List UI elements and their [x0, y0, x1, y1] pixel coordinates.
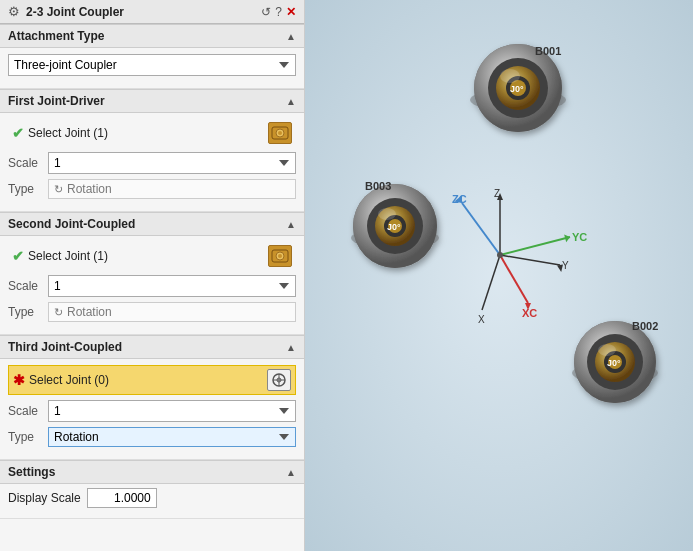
- second-joint-title: Second Joint-Coupled: [8, 217, 135, 231]
- second-joint-icon[interactable]: [268, 245, 292, 267]
- first-joint-type-label: Type: [8, 182, 42, 196]
- b002-j0-label: J0°: [607, 358, 621, 368]
- third-joint-type-label: Type: [8, 430, 42, 444]
- third-joint-scale-row: Scale 1: [8, 400, 296, 422]
- title-bar: ⚙ 2-3 Joint Coupler ↺ ? ✕: [0, 0, 304, 24]
- second-joint-type-row: Type ↻ Rotation: [8, 302, 296, 322]
- first-joint-checkmark: ✔: [12, 125, 24, 141]
- third-joint-type-select[interactable]: Rotation: [48, 427, 296, 447]
- viewport-svg: B001 J0° B003 J0° B0: [305, 0, 693, 551]
- first-joint-rotation-icon: ↻: [54, 183, 63, 196]
- second-joint-body: ✔ Select Joint (1) Scale 1 Type ↻ Rotati…: [0, 236, 304, 328]
- settings-collapse-icon: ▲: [286, 467, 296, 478]
- svg-point-2: [278, 131, 282, 135]
- settings-title: Settings: [8, 465, 55, 479]
- second-joint-type-label: Type: [8, 305, 42, 319]
- svg-text:X: X: [478, 314, 485, 325]
- third-joint-title: Third Joint-Coupled: [8, 340, 122, 354]
- title-icons: ↺ ? ✕: [261, 5, 296, 19]
- attachment-type-title: Attachment Type: [8, 29, 104, 43]
- first-joint-body: ✔ Select Joint (1) Scale 1 Type ↻ Rotati…: [0, 113, 304, 205]
- svg-text:ZC: ZC: [452, 193, 467, 205]
- second-joint-scale-row: Scale 1: [8, 275, 296, 297]
- attachment-type-select[interactable]: Three-joint Coupler: [8, 54, 296, 76]
- svg-point-18: [500, 69, 520, 83]
- second-joint-rotation-icon: ↻: [54, 306, 63, 319]
- second-joint-section: Second Joint-Coupled ▲ ✔ Select Joint (1…: [0, 212, 304, 335]
- second-joint-scale-select[interactable]: 1: [48, 275, 296, 297]
- display-scale-row: Display Scale: [0, 484, 304, 512]
- gear-icon: ⚙: [8, 4, 20, 19]
- second-joint-select-row: ✔ Select Joint (1): [8, 242, 296, 270]
- display-scale-label: Display Scale: [8, 491, 81, 505]
- first-joint-select-row: ✔ Select Joint (1): [8, 119, 296, 147]
- first-joint-section: First Joint-Driver ▲ ✔ Select Joint (1) …: [0, 89, 304, 212]
- left-panel: ⚙ 2-3 Joint Coupler ↺ ? ✕ Attachment Typ…: [0, 0, 305, 551]
- first-joint-icon[interactable]: [268, 122, 292, 144]
- first-joint-type-row: Type ↻ Rotation: [8, 179, 296, 199]
- third-joint-asterisk: ✱: [13, 372, 25, 388]
- svg-point-34: [598, 344, 616, 356]
- svg-text:XC: XC: [522, 307, 537, 319]
- second-joint-type-value: Rotation: [67, 305, 112, 319]
- third-joint-body: ✱ Select Joint (0) Scale 1 T: [0, 359, 304, 453]
- b003-label: B003: [365, 180, 391, 192]
- svg-text:YC: YC: [572, 231, 587, 243]
- svg-text:Z: Z: [494, 188, 500, 199]
- second-joint-scale-label: Scale: [8, 279, 42, 293]
- first-joint-header[interactable]: First Joint-Driver ▲: [0, 89, 304, 113]
- attachment-type-section: Attachment Type ▲ Three-joint Coupler: [0, 24, 304, 89]
- attachment-type-header[interactable]: Attachment Type ▲: [0, 24, 304, 48]
- attachment-type-dropdown-row: Three-joint Coupler: [8, 54, 296, 76]
- settings-header[interactable]: Settings ▲: [0, 460, 304, 484]
- attachment-type-body: Three-joint Coupler: [0, 48, 304, 82]
- third-joint-header[interactable]: Third Joint-Coupled ▲: [0, 335, 304, 359]
- first-joint-label: Select Joint (1): [28, 126, 264, 140]
- first-joint-scale-label: Scale: [8, 156, 42, 170]
- third-joint-scale-select[interactable]: 1: [48, 400, 296, 422]
- second-joint-collapse-icon: ▲: [286, 219, 296, 230]
- display-scale-input[interactable]: [87, 488, 157, 508]
- third-joint-icon[interactable]: [267, 369, 291, 391]
- close-button[interactable]: ✕: [286, 5, 296, 19]
- third-joint-scale-label: Scale: [8, 404, 42, 418]
- second-joint-type-content: ↻ Rotation: [48, 302, 296, 322]
- b003-j0-label: J0°: [387, 222, 401, 232]
- second-joint-label: Select Joint (1): [28, 249, 264, 263]
- first-joint-type-content: ↻ Rotation: [48, 179, 296, 199]
- svg-text:Y: Y: [562, 260, 569, 271]
- b001-label: B001: [535, 45, 561, 57]
- first-joint-title: First Joint-Driver: [8, 94, 105, 108]
- first-joint-type-value: Rotation: [67, 182, 112, 196]
- refresh-button[interactable]: ↺: [261, 5, 271, 19]
- svg-point-26: [378, 208, 396, 220]
- b002-label: B002: [632, 320, 658, 332]
- third-joint-label: Select Joint (0): [29, 373, 263, 387]
- third-joint-select-row: ✱ Select Joint (0): [8, 365, 296, 395]
- first-joint-collapse-icon: ▲: [286, 96, 296, 107]
- window-title: 2-3 Joint Coupler: [26, 5, 255, 19]
- svg-point-52: [497, 252, 503, 258]
- help-button[interactable]: ?: [275, 5, 282, 19]
- svg-point-5: [278, 254, 282, 258]
- first-joint-scale-select[interactable]: 1: [48, 152, 296, 174]
- second-joint-header[interactable]: Second Joint-Coupled ▲: [0, 212, 304, 236]
- settings-section: Settings ▲ Display Scale: [0, 460, 304, 519]
- third-joint-type-row: Type Rotation: [8, 427, 296, 447]
- third-joint-section: Third Joint-Coupled ▲ ✱ Select Joint (0)…: [0, 335, 304, 460]
- first-joint-scale-row: Scale 1: [8, 152, 296, 174]
- viewport: B001 J0° B003 J0° B0: [305, 0, 693, 551]
- third-joint-collapse-icon: ▲: [286, 342, 296, 353]
- b001-j0-label: J0°: [510, 84, 524, 94]
- second-joint-checkmark: ✔: [12, 248, 24, 264]
- attachment-type-collapse-icon: ▲: [286, 31, 296, 42]
